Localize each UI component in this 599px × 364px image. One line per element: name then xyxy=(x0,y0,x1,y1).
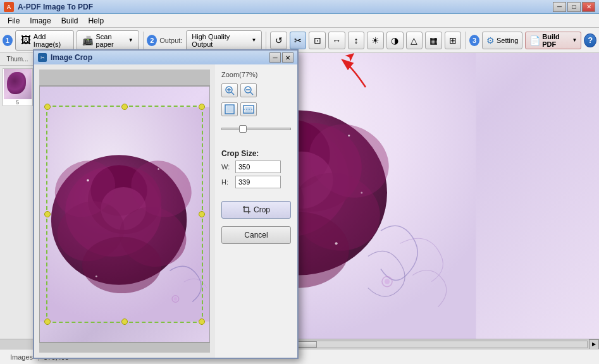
dialog-image-view[interactable] xyxy=(39,86,210,343)
svg-point-14 xyxy=(335,242,338,245)
svg-rect-44 xyxy=(226,106,233,112)
toolbar-sep-2 xyxy=(266,32,266,49)
scan-paper-button[interactable]: 📠 Scan paper ▼ xyxy=(77,30,139,51)
width-label: W: xyxy=(221,163,233,171)
flip-h-button[interactable]: ↔ xyxy=(328,32,345,49)
thumbnail-item[interactable]: 5 xyxy=(3,68,33,106)
dialog-right-panel: Zoom(77%) xyxy=(215,64,297,358)
zoom-slider-thumb[interactable] xyxy=(239,125,247,133)
dialog-top-strip xyxy=(39,70,210,86)
menu-file[interactable]: File xyxy=(3,15,25,27)
grid-button[interactable]: ▦ xyxy=(425,32,442,49)
zoom-slider-container[interactable] xyxy=(221,124,291,134)
output-value: High Quality Output xyxy=(192,33,247,48)
build-pdf-label: Build PDF xyxy=(542,33,569,48)
dialog-rose-svg xyxy=(40,87,209,342)
deskew-button[interactable]: △ xyxy=(406,32,423,49)
thumbnail-area[interactable]: 5 xyxy=(0,66,35,339)
crop-button-label: Crop xyxy=(254,205,270,214)
thumbnail-label: Thum... xyxy=(0,53,35,66)
svg-point-28 xyxy=(82,237,161,293)
setting-icon: ⚙ xyxy=(486,35,495,46)
width-input[interactable] xyxy=(235,161,281,173)
svg-point-17 xyxy=(385,279,390,284)
toolbar-sep-3 xyxy=(465,32,466,49)
help-button[interactable]: ? xyxy=(584,33,596,47)
svg-point-15 xyxy=(361,191,362,193)
zoom-out-button[interactable] xyxy=(240,83,257,97)
fit-width-button[interactable] xyxy=(240,102,257,116)
close-button[interactable]: ✕ xyxy=(582,2,595,12)
rotate-left-button[interactable]: ↺ xyxy=(270,32,287,49)
brightness-button[interactable]: ☀ xyxy=(367,32,384,49)
zoom-in-icon xyxy=(224,85,235,96)
build-pdf-button[interactable]: 📄 Build PDF ▼ xyxy=(525,32,581,49)
build-dropdown-arrow: ▼ xyxy=(572,37,577,43)
menu-bar: File Image Build Help xyxy=(0,14,599,28)
contrast-button[interactable]: ◑ xyxy=(386,32,404,49)
scan-paper-label: Scan paper xyxy=(96,33,124,48)
more-button[interactable]: ⊞ xyxy=(445,32,462,49)
height-field-row: H: xyxy=(221,176,291,188)
crop-btn-icon xyxy=(242,205,251,214)
fit-page-button[interactable]: ⊡ xyxy=(309,32,326,49)
minimize-button[interactable]: ─ xyxy=(553,2,566,12)
menu-help[interactable]: Help xyxy=(83,15,109,27)
crop-button[interactable]: Crop xyxy=(221,201,291,219)
dialog-content: Zoom(77%) xyxy=(34,64,297,358)
dialog-bottom-strip xyxy=(39,343,210,353)
output-dropdown[interactable]: High Quality Output ▼ xyxy=(186,30,262,51)
dialog-close-button[interactable]: ✕ xyxy=(282,52,293,63)
svg-point-12 xyxy=(348,135,350,136)
svg-point-32 xyxy=(157,168,159,170)
add-images-icon: 🖼 xyxy=(21,35,31,46)
toolbar-sep-1 xyxy=(143,32,144,49)
svg-line-39 xyxy=(232,92,234,95)
zoom-label: Zoom(77%) xyxy=(221,71,291,78)
output-dropdown-arrow: ▼ xyxy=(251,37,256,43)
left-panel: Thum... 5 xyxy=(0,53,35,349)
add-images-label: Add Image(s) xyxy=(34,33,69,48)
dialog-minimize-button[interactable]: ─ xyxy=(269,52,281,63)
app-title: A-PDF Image To PDF xyxy=(18,3,553,11)
scan-icon: 📠 xyxy=(82,35,93,46)
svg-point-31 xyxy=(87,179,89,182)
image-crop-dialog[interactable]: ✂ Image Crop ─ ✕ xyxy=(33,49,299,359)
step3-badge: 3 xyxy=(469,35,479,46)
crop-size-label: Crop Size: xyxy=(221,149,259,158)
fit-width-icon xyxy=(243,104,254,115)
cancel-button[interactable]: Cancel xyxy=(221,226,291,244)
flip-v-button[interactable]: ↕ xyxy=(348,32,365,49)
height-label: H: xyxy=(221,178,233,186)
zoom-slider-track xyxy=(221,128,291,130)
fit-height-button[interactable] xyxy=(221,102,238,116)
zoom-in-button[interactable] xyxy=(221,83,238,97)
fit-height-icon xyxy=(224,104,235,115)
left-scroll[interactable] xyxy=(0,339,35,349)
dialog-image-panel[interactable] xyxy=(34,64,215,358)
svg-point-33 xyxy=(96,276,97,277)
setting-label: Setting xyxy=(497,37,518,44)
dialog-title-icon: ✂ xyxy=(38,53,47,62)
svg-point-35 xyxy=(174,297,177,300)
setting-button[interactable]: ⚙ Setting xyxy=(482,32,522,49)
scan-dropdown-arrow: ▼ xyxy=(128,37,133,43)
output-label: Output: xyxy=(159,37,182,44)
width-field-row: W: xyxy=(221,161,291,173)
pdf-icon: 📄 xyxy=(529,35,540,46)
title-bar: A A-PDF Image To PDF ─ □ ✕ xyxy=(0,0,599,14)
dialog-title-text: Image Crop xyxy=(51,53,269,62)
zoom-controls-row xyxy=(221,83,291,97)
svg-line-42 xyxy=(250,92,253,95)
crop-tool-button[interactable]: ✂ xyxy=(290,32,307,49)
add-images-button[interactable]: 🖼 Add Image(s) xyxy=(15,30,75,51)
maximize-button[interactable]: □ xyxy=(567,2,581,12)
dialog-title-bar: ✂ Image Crop ─ ✕ xyxy=(34,51,297,64)
scroll-right-button[interactable]: ▶ xyxy=(589,339,599,349)
cancel-button-label: Cancel xyxy=(244,231,268,240)
menu-image[interactable]: Image xyxy=(25,15,56,27)
step2-badge: 2 xyxy=(147,35,157,46)
height-input[interactable] xyxy=(235,176,281,188)
menu-build[interactable]: Build xyxy=(56,15,83,27)
step1-badge: 1 xyxy=(3,35,13,46)
